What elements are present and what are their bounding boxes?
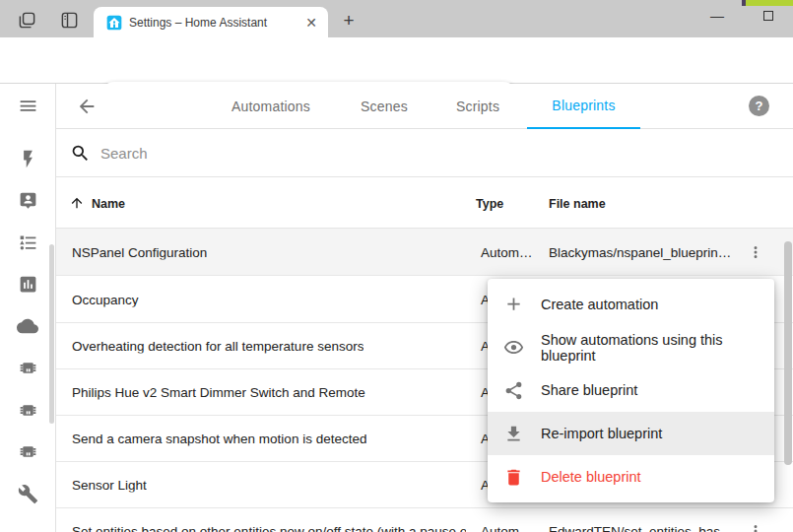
column-header-file[interactable]: File name [549, 197, 606, 211]
tab-close-icon[interactable]: ✕ [302, 14, 320, 32]
sidebar-scrollbar-thumb[interactable] [49, 244, 54, 424]
tab-title: Settings – Home Assistant [129, 16, 302, 30]
tab-scenes[interactable]: Scenes [340, 84, 429, 129]
row-menu-kebab-icon[interactable] [744, 240, 767, 264]
chip-icon[interactable] [17, 399, 38, 421]
page-scrollbar-thumb[interactable] [784, 241, 792, 465]
menu-item-reimport-blueprint[interactable]: Re-import blueprint [488, 412, 774, 455]
blueprint-context-menu: Create automation Show automations using… [488, 279, 774, 502]
help-icon[interactable]: ? [749, 96, 769, 116]
energy-flash-icon[interactable] [17, 148, 38, 169]
tab-automations[interactable]: Automations [202, 84, 340, 129]
window-minimize-button[interactable]: — [703, 0, 731, 32]
search-bar [56, 129, 793, 177]
menu-item-create-automation[interactable]: Create automation [488, 283, 774, 326]
workspaces-icon[interactable] [16, 9, 37, 31]
browser-window: Settings – Home Assistant ✕ + — ← ↻ Not … [0, 0, 793, 532]
search-input[interactable] [100, 139, 754, 166]
page-header: Automations Scenes Scripts Blueprints ? [56, 84, 793, 129]
history-chart-icon[interactable] [17, 273, 38, 295]
new-tab-button[interactable]: + [336, 8, 362, 33]
voice-assistant-badge-icon[interactable] [17, 189, 38, 211]
sort-ascending-icon[interactable] [69, 195, 85, 211]
menu-item-share-blueprint[interactable]: Share blueprint [488, 369, 774, 413]
column-header-name[interactable]: Name [92, 197, 125, 211]
chip-icon[interactable] [17, 440, 38, 462]
tab-scripts[interactable]: Scripts [429, 84, 527, 129]
menu-item-delete-blueprint[interactable]: Delete blueprint [488, 455, 774, 499]
search-icon [70, 143, 91, 164]
cloud-icon[interactable] [17, 315, 38, 337]
logbook-list-icon[interactable] [17, 232, 38, 253]
eye-icon [503, 337, 524, 358]
table-header: Name Type File name [56, 177, 793, 229]
wrench-icon[interactable] [17, 483, 38, 504]
table-row[interactable]: Set entities based on other entities new… [56, 508, 793, 532]
menu-item-show-automations[interactable]: Show automations using this blueprint [488, 326, 774, 369]
vertical-tabs-icon[interactable] [58, 9, 80, 31]
home-assistant-favicon [106, 15, 122, 31]
chip-icon[interactable] [17, 357, 38, 378]
sidebar [0, 84, 56, 532]
download-icon [503, 424, 524, 444]
browser-toolbar: ← ↻ Not secure homeassistant.local :8123… [0, 37, 793, 84]
delete-trash-icon [503, 467, 524, 488]
home-assistant-page: Automations Scenes Scripts Blueprints ? … [0, 84, 793, 532]
back-arrow-icon[interactable] [76, 96, 98, 117]
background-strip [746, 0, 793, 6]
column-header-type[interactable]: Type [476, 197, 503, 211]
browser-tab-bar: Settings – Home Assistant ✕ + — [0, 0, 793, 37]
plus-icon [503, 294, 524, 314]
menu-hamburger-icon[interactable] [17, 95, 38, 116]
row-menu-kebab-icon[interactable] [744, 519, 767, 532]
browser-tab[interactable]: Settings – Home Assistant ✕ [94, 7, 328, 37]
share-icon [503, 380, 524, 401]
tab-blueprints[interactable]: Blueprints [527, 84, 640, 129]
table-row[interactable]: NSPanel Configuration Autom… Blackymas/n… [56, 229, 793, 276]
